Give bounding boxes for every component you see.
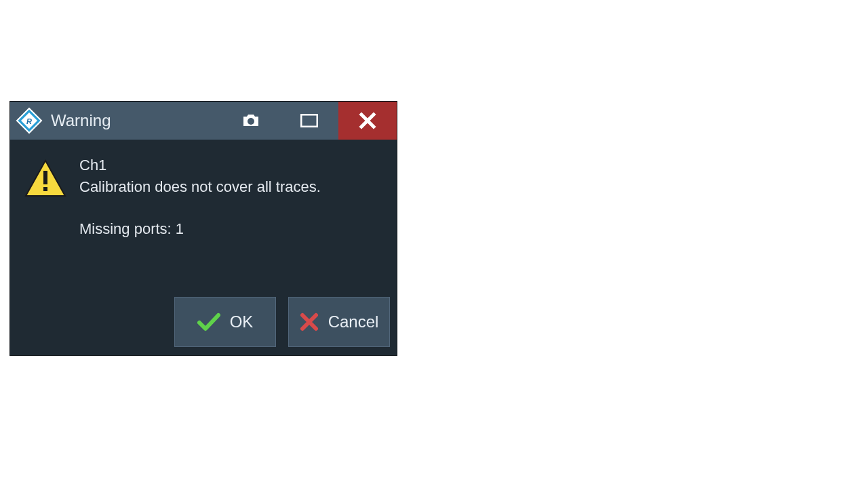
svg-point-3 [248,118,254,125]
message-line2: Missing ports: 1 [79,218,321,240]
cancel-button[interactable]: Cancel [288,297,390,347]
cancel-x-icon [300,312,319,331]
check-icon [197,312,220,331]
svg-rect-4 [301,115,317,127]
dialog-footer: OK Cancel [10,290,397,355]
screenshot-button[interactable] [222,102,280,140]
message-block: Ch1 Calibration does not cover all trace… [79,155,321,281]
ok-button[interactable]: OK [174,297,276,347]
message-channel: Ch1 [79,155,321,176]
camera-icon [241,113,260,128]
maximize-button[interactable] [280,102,338,140]
svg-rect-7 [43,187,47,191]
titlebar-buttons [222,102,397,140]
close-button[interactable] [338,102,397,140]
window-icon [300,114,318,127]
svg-rect-6 [43,171,47,184]
ok-label: OK [230,312,254,331]
titlebar: R Warning [10,102,397,140]
titlebar-left: R Warning [10,102,222,140]
cancel-label: Cancel [328,312,379,331]
warning-icon [24,155,67,281]
message-line1: Calibration does not cover all traces. [79,176,321,198]
close-icon [359,112,376,129]
dialog-title: Warning [51,111,111,130]
warning-dialog: R Warning [10,102,397,355]
dialog-body: Ch1 Calibration does not cover all trace… [10,140,397,290]
brand-logo-icon: R [16,107,43,134]
svg-text:R: R [26,117,32,125]
